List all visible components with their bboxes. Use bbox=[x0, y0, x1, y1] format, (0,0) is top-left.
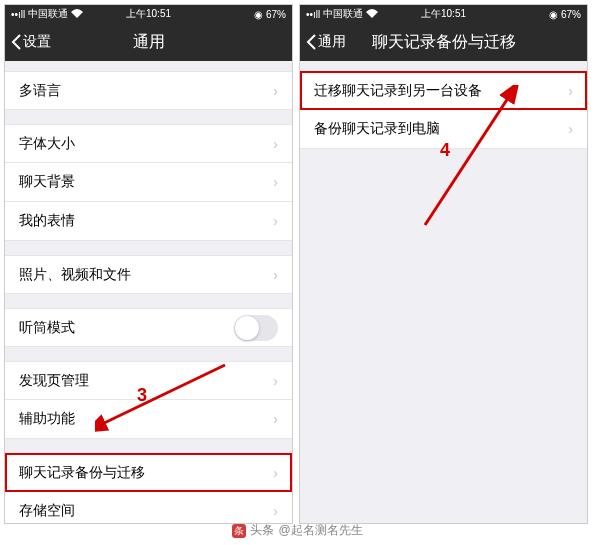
row-font-size[interactable]: 字体大小 › bbox=[5, 124, 292, 163]
migrate-list: 迁移聊天记录到另一台设备 › 备份聊天记录到电脑 › bbox=[300, 61, 587, 523]
row-discover-manage[interactable]: 发现页管理 › bbox=[5, 361, 292, 400]
row-label: 字体大小 bbox=[19, 135, 273, 153]
row-label: 听筒模式 bbox=[19, 319, 234, 337]
status-bar: ••ıll 中国联通 上午10:51 ◉ 67% bbox=[300, 5, 587, 23]
screenshot-left: ••ıll 中国联通 上午10:51 ◉ 67% 设置 通用 多语言 bbox=[4, 4, 293, 524]
watermark-text: @起名测名先生 bbox=[278, 522, 362, 539]
chevron-left-icon bbox=[306, 34, 316, 50]
chevron-right-icon: › bbox=[273, 373, 278, 389]
row-my-stickers[interactable]: 我的表情 › bbox=[5, 202, 292, 241]
row-backup-to-pc[interactable]: 备份聊天记录到电脑 › bbox=[300, 110, 587, 149]
row-label: 发现页管理 bbox=[19, 372, 273, 390]
back-label: 通用 bbox=[318, 33, 346, 51]
row-media-files[interactable]: 照片、视频和文件 › bbox=[5, 255, 292, 294]
row-label: 聊天记录备份与迁移 bbox=[19, 464, 273, 482]
row-chat-background[interactable]: 聊天背景 › bbox=[5, 163, 292, 202]
chevron-right-icon: › bbox=[273, 503, 278, 519]
nav-bar: 通用 聊天记录备份与迁移 bbox=[300, 23, 587, 61]
chevron-left-icon bbox=[11, 34, 21, 50]
row-label: 照片、视频和文件 bbox=[19, 266, 273, 284]
signal-icon: ••ıll bbox=[306, 9, 320, 20]
row-accessibility[interactable]: 辅助功能 › bbox=[5, 400, 292, 439]
back-button[interactable]: 通用 bbox=[300, 33, 346, 51]
row-label: 聊天背景 bbox=[19, 173, 273, 191]
row-label: 多语言 bbox=[19, 82, 273, 100]
row-label: 备份聊天记录到电脑 bbox=[314, 120, 568, 138]
screenshot-right: ••ıll 中国联通 上午10:51 ◉ 67% 通用 聊天记录备份与迁移 bbox=[299, 4, 588, 524]
watermark-icon: 条 bbox=[232, 524, 246, 538]
row-label: 辅助功能 bbox=[19, 410, 273, 428]
row-storage[interactable]: 存储空间 › bbox=[5, 492, 292, 523]
chevron-right-icon: › bbox=[273, 267, 278, 283]
wifi-icon bbox=[71, 9, 83, 20]
chevron-right-icon: › bbox=[273, 411, 278, 427]
carrier-label: 中国联通 bbox=[323, 7, 363, 21]
battery-pct: 67% bbox=[266, 9, 286, 20]
row-migrate-to-device[interactable]: 迁移聊天记录到另一台设备 › bbox=[300, 71, 587, 110]
row-label: 我的表情 bbox=[19, 212, 273, 230]
row-earpiece-mode[interactable]: 听筒模式 bbox=[5, 308, 292, 347]
toggle-switch[interactable] bbox=[234, 315, 278, 341]
row-label: 迁移聊天记录到另一台设备 bbox=[314, 82, 568, 100]
battery-pct: 67% bbox=[561, 9, 581, 20]
nav-bar: 设置 通用 bbox=[5, 23, 292, 61]
back-label: 设置 bbox=[23, 33, 51, 51]
carrier-label: 中国联通 bbox=[28, 7, 68, 21]
signal-icon: ••ıll bbox=[11, 9, 25, 20]
chevron-right-icon: › bbox=[273, 213, 278, 229]
battery-icon: ◉ bbox=[254, 9, 263, 20]
chevron-right-icon: › bbox=[568, 121, 573, 137]
row-chat-backup-migrate[interactable]: 聊天记录备份与迁移 › bbox=[5, 453, 292, 492]
chevron-right-icon: › bbox=[273, 174, 278, 190]
chevron-right-icon: › bbox=[273, 83, 278, 99]
chevron-right-icon: › bbox=[273, 465, 278, 481]
settings-list: 多语言 › 字体大小 › 聊天背景 › 我的表情 › bbox=[5, 61, 292, 523]
status-bar: ••ıll 中国联通 上午10:51 ◉ 67% bbox=[5, 5, 292, 23]
watermark: 条 头条 @起名测名先生 bbox=[0, 522, 595, 539]
wifi-icon bbox=[366, 9, 378, 20]
chevron-right-icon: › bbox=[568, 83, 573, 99]
back-button[interactable]: 设置 bbox=[5, 33, 51, 51]
watermark-prefix: 头条 bbox=[250, 522, 274, 539]
chevron-right-icon: › bbox=[273, 136, 278, 152]
battery-icon: ◉ bbox=[549, 9, 558, 20]
row-label: 存储空间 bbox=[19, 502, 273, 520]
row-languages[interactable]: 多语言 › bbox=[5, 71, 292, 110]
